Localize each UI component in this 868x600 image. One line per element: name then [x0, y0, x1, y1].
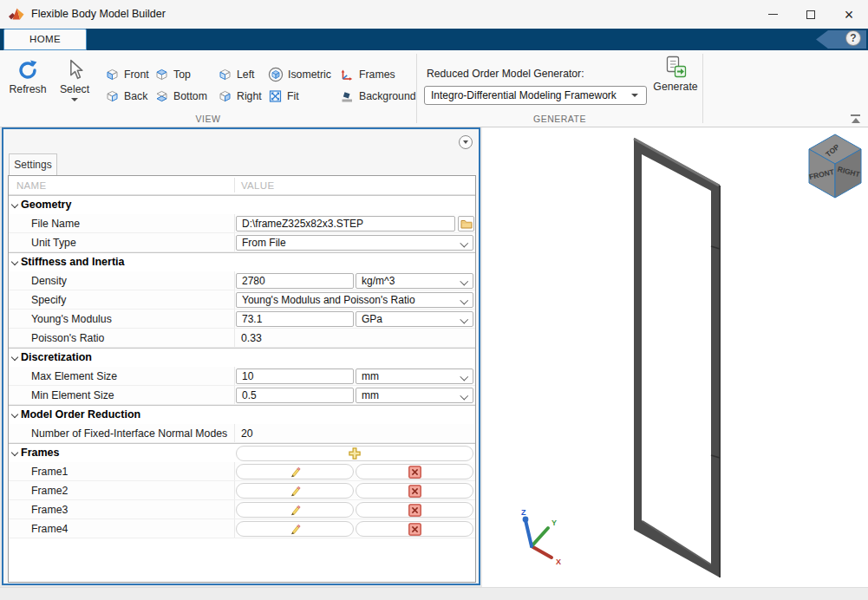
chevron-down-icon[interactable]: [11, 258, 18, 265]
view-section-label: VIEW: [0, 114, 416, 124]
specify-dropdown[interactable]: Young's Modulus and Poisson's Ratio: [236, 292, 473, 308]
chevron-down-icon[interactable]: [11, 201, 18, 208]
property-label: Specify: [31, 290, 66, 310]
axis-y-label: Y: [551, 518, 557, 527]
max-element-unit-dropdown[interactable]: mm: [356, 368, 473, 384]
view-bottom-button[interactable]: Bottom: [154, 88, 207, 104]
cube-front-icon: [105, 68, 120, 82]
generate-section-label: GENERATE: [417, 114, 702, 124]
delete-x-icon: [408, 466, 421, 479]
row-specify: Specify Young's Modulus and Poisson's Ra…: [9, 290, 475, 310]
toolstrip-divider: [416, 54, 417, 123]
view-left-button[interactable]: Left: [218, 67, 255, 82]
toolstrip-divider: [702, 54, 703, 123]
view-fit-button[interactable]: Fit: [268, 88, 299, 104]
flexible-body-model-builder-window: { "window": { "title": "Flexible Body Mo…: [0, 0, 868, 600]
max-element-size-input[interactable]: 10: [236, 368, 354, 384]
row-unit-type: Unit Type From File: [9, 233, 475, 252]
view-isometric-button[interactable]: Isometric: [268, 67, 331, 82]
row-frame1: Frame1: [9, 462, 475, 481]
frame-label: Frame2: [31, 481, 68, 500]
maximize-icon: [806, 10, 815, 19]
section-row-discretization[interactable]: Discretization: [9, 348, 475, 367]
youngs-modulus-input[interactable]: 73.1: [236, 311, 354, 327]
model-viewport[interactable]: TOP FRONT RIGHT Z Y X: [482, 127, 868, 587]
normal-modes-value[interactable]: 20: [241, 424, 253, 443]
delete-x-icon: [408, 523, 421, 536]
add-frame-button[interactable]: [236, 446, 473, 461]
select-dropdown-caret-icon[interactable]: [71, 98, 78, 101]
property-label: Poisson's Ratio: [31, 329, 104, 348]
section-row-geometry[interactable]: Geometry: [9, 195, 475, 214]
section-title: Frames: [21, 444, 59, 462]
chevron-down-icon[interactable]: [11, 354, 18, 361]
file-name-input[interactable]: D:\frameZ325x82x3.STEP: [236, 216, 455, 232]
density-input[interactable]: 2780: [236, 273, 354, 289]
collapse-bar-icon: [851, 114, 860, 116]
section-title: Model Order Reduction: [21, 406, 140, 424]
model-canvas[interactable]: TOP FRONT RIGHT Z Y X: [482, 127, 868, 587]
table-header: NAME VALUE: [9, 176, 475, 195]
view-top-button[interactable]: Top: [154, 67, 191, 82]
rom-generator-dropdown[interactable]: Integro-Differential Modeling Framework: [424, 86, 647, 105]
pencil-icon: [289, 485, 302, 498]
row-file-name: File Name D:\frameZ325x82x3.STEP: [9, 214, 475, 233]
edit-frame3-button[interactable]: [236, 502, 354, 518]
generate-button[interactable]: Generate: [650, 55, 701, 93]
edit-frame1-button[interactable]: [236, 464, 354, 479]
help-button[interactable]: ?: [845, 30, 861, 46]
toolstrip-tab-bar: HOME ?: [0, 29, 868, 50]
cube-top-icon: [154, 68, 169, 82]
close-icon: ×: [845, 7, 854, 23]
refresh-button[interactable]: Refresh: [5, 58, 50, 95]
section-row-model-order-reduction[interactable]: Model Order Reduction: [9, 405, 475, 424]
tab-settings[interactable]: Settings: [9, 153, 57, 176]
pencil-icon: [289, 466, 302, 479]
maximize-button[interactable]: [792, 0, 830, 29]
select-button[interactable]: Select: [52, 58, 97, 101]
view-front-button[interactable]: Front: [105, 67, 149, 82]
matlab-logo-icon: [8, 5, 25, 23]
view-back-button[interactable]: Back: [105, 88, 147, 104]
row-frame3: Frame3: [9, 500, 475, 519]
collapse-panel-button[interactable]: [459, 135, 473, 149]
view-frames-button[interactable]: Frames: [340, 67, 395, 82]
edit-frame4-button[interactable]: [236, 521, 354, 537]
delete-frame3-button[interactable]: [356, 502, 473, 518]
section-title: Discretization: [21, 349, 92, 367]
min-element-unit-dropdown[interactable]: mm: [356, 388, 473, 403]
close-button[interactable]: ×: [830, 0, 868, 29]
axis-z-label: Z: [521, 508, 526, 517]
frame-label: Frame3: [31, 500, 68, 519]
cube-bottom-icon: [154, 89, 169, 103]
property-label: Min Element Size: [31, 386, 114, 405]
section-row-stiffness[interactable]: Stiffness and Inertia: [9, 252, 475, 271]
edit-frame2-button[interactable]: [236, 483, 354, 499]
isometric-icon: [268, 67, 284, 82]
minimize-button[interactable]: [754, 0, 792, 29]
background-icon: [340, 89, 355, 103]
tab-home[interactable]: HOME: [3, 29, 87, 50]
browse-file-button[interactable]: [458, 216, 474, 232]
unit-type-dropdown[interactable]: From File: [236, 235, 473, 251]
delete-frame4-button[interactable]: [356, 521, 473, 537]
chevron-down-icon[interactable]: [11, 411, 18, 418]
frame-label: Frame4: [31, 519, 68, 538]
min-element-size-input[interactable]: 0.5: [236, 388, 354, 403]
section-row-frames[interactable]: Frames: [9, 443, 475, 462]
row-normal-modes: Number of Fixed-Interface Normal Modes 2…: [9, 424, 475, 443]
density-unit-dropdown[interactable]: kg/m^3: [356, 273, 473, 289]
chevron-down-icon[interactable]: [11, 449, 18, 456]
youngs-unit-dropdown[interactable]: GPa: [356, 311, 473, 327]
row-frame4: Frame4: [9, 519, 475, 538]
poissons-ratio-value[interactable]: 0.33: [241, 329, 262, 348]
row-youngs-modulus: Young's Modulus 73.1 GPa: [9, 310, 475, 329]
delete-frame2-button[interactable]: [356, 483, 473, 499]
view-right-button[interactable]: Right: [218, 88, 262, 104]
delete-frame1-button[interactable]: [356, 464, 473, 479]
row-min-element-size: Min Element Size 0.5 mm: [9, 386, 475, 405]
view-background-button[interactable]: Background: [340, 88, 416, 104]
title-bar: Flexible Body Model Builder ×: [0, 0, 868, 29]
collapse-toolstrip-button[interactable]: [850, 114, 861, 124]
collapse-triangle-icon: [852, 118, 860, 123]
